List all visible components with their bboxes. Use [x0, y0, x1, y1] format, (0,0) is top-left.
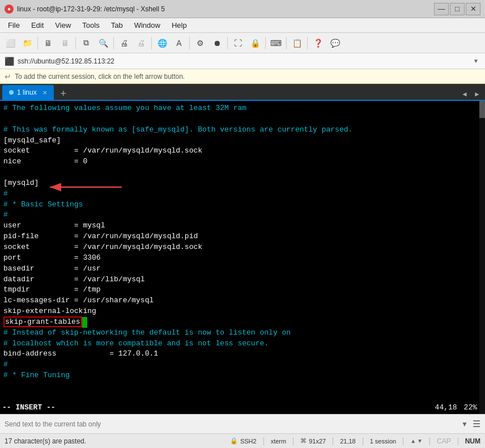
toolbar-sep4: [151, 37, 152, 49]
close-button[interactable]: ✕: [466, 3, 480, 15]
toolbar-sep9: [307, 37, 308, 49]
session-hint-text: To add the current session, click on the…: [15, 73, 185, 81]
address-icon: ⬛: [5, 57, 14, 66]
line-7: [3, 167, 482, 178]
terminal-input[interactable]: [5, 420, 461, 428]
maximize-button[interactable]: □: [450, 3, 465, 15]
line-12: user = mysql: [3, 221, 482, 231]
line-26: # * Fine Tuning: [3, 370, 482, 381]
line-10: # * Basic Settings: [3, 200, 482, 210]
menu-file[interactable]: File: [2, 20, 25, 31]
address-dropdown[interactable]: ▼: [471, 58, 480, 64]
cursor-position: 44,18: [435, 403, 457, 413]
line-19: lc-messages-dir = /usr/share/mysql: [3, 295, 482, 306]
scrollbar[interactable]: [479, 101, 485, 414]
address-text: ssh://ubuntu@52.192.85.113:22: [18, 57, 114, 65]
toolbar-expand[interactable]: ⛶: [230, 36, 246, 50]
terminal[interactable]: # The following values assume you have a…: [0, 101, 485, 414]
toolbar-paste[interactable]: 📋: [289, 36, 305, 50]
input-bar: ▼ ☰: [0, 414, 485, 433]
status-div6: [429, 437, 430, 445]
toolbar-sep2: [75, 37, 76, 49]
tab-label: 1 linux: [17, 88, 37, 96]
tab-nav: ◄ ►: [459, 88, 483, 100]
upload-icon: ▲: [410, 438, 416, 444]
session-hint-bar: ↵ To add the current session, click on t…: [0, 69, 485, 84]
line-16: basedir = /usr: [3, 264, 482, 274]
toolbar-new[interactable]: ⬜: [2, 36, 18, 50]
status-div4: [363, 437, 363, 445]
toolbar-font[interactable]: A: [171, 36, 187, 50]
line-22: # Instead of skip-networking the default…: [3, 328, 482, 339]
rows-icon: ⌘: [300, 437, 307, 445]
menu-help[interactable]: Help: [166, 20, 193, 31]
toolbar-session2[interactable]: 🖥: [57, 36, 73, 50]
toolbar-help[interactable]: ❓: [310, 36, 326, 50]
toolbar-script[interactable]: ⚙: [192, 36, 208, 50]
toolbar-sep5: [189, 37, 190, 49]
line-6: nice = 0: [3, 157, 482, 167]
rows-cols-label: 91x27: [309, 438, 326, 445]
toolbar-print[interactable]: 🖨: [116, 36, 132, 50]
line-5: socket = /var/run/mysqld/mysqld.sock: [3, 146, 482, 157]
status-div5: [403, 437, 403, 445]
cap-indicator: CAP: [437, 437, 451, 445]
toolbar-lock[interactable]: 🔒: [247, 36, 263, 50]
menu-edit[interactable]: Edit: [25, 20, 49, 31]
new-tab-button[interactable]: +: [56, 87, 71, 100]
toolbar-copy[interactable]: ⧉: [78, 36, 94, 50]
menu-view[interactable]: View: [49, 20, 76, 31]
toolbar-print2[interactable]: 🖨: [133, 36, 149, 50]
toolbar-open[interactable]: 📁: [19, 36, 35, 50]
line-3: # This was formally known as [safe_mysql…: [3, 125, 482, 136]
line-1: # The following values assume you have a…: [3, 103, 482, 114]
line-9: #: [3, 189, 482, 200]
line-13: pid-file = /var/run/mysqld/mysqld.pid: [3, 231, 482, 242]
minimize-button[interactable]: —: [434, 3, 449, 15]
session-hint-icon: ↵: [5, 72, 11, 81]
menu-window[interactable]: Window: [129, 20, 166, 31]
line-14: socket = /var/run/mysqld/mysqld.sock: [3, 242, 482, 253]
status-cursor: 21,18: [340, 438, 356, 445]
menu-tools[interactable]: Tools: [76, 20, 105, 31]
address-bar: ⬛ ssh://ubuntu@52.192.85.113:22 ▼: [0, 53, 485, 69]
input-dropdown[interactable]: ▼: [461, 420, 468, 428]
toolbar-find[interactable]: 🔍: [95, 36, 111, 50]
status-ssh: 🔒 SSH2: [230, 437, 257, 445]
line-18: tmpdir = /tmp: [3, 285, 482, 295]
status-rowscols: ⌘ 91x27: [300, 437, 326, 445]
tab-close-button[interactable]: ✕: [42, 90, 47, 96]
line-20: skip-external-locking: [3, 306, 482, 317]
status-div7: [458, 437, 458, 445]
toolbar-keyboard[interactable]: ⌨: [268, 36, 284, 50]
tab-linux[interactable]: 1 linux ✕: [2, 85, 54, 100]
insert-mode-indicator: -- INSERT --: [2, 403, 56, 413]
title-left: ● linux - root@ip-172-31-9-29: /etc/mysq…: [5, 5, 165, 14]
app-icon: ●: [5, 5, 14, 14]
term-label: xterm: [271, 438, 287, 445]
window-controls: — □ ✕: [434, 3, 480, 15]
download-icon: ▼: [417, 438, 423, 444]
line-4: [mysqld_safe]: [3, 136, 482, 146]
scroll-percent: 22%: [464, 403, 477, 413]
menu-tab[interactable]: Tab: [105, 20, 129, 31]
line-23: # localhost which is more compatible and…: [3, 339, 482, 349]
toolbar-record[interactable]: ⏺: [209, 36, 225, 50]
status-session: 1 session: [370, 438, 396, 445]
status-div2: [293, 437, 293, 445]
line-15: port = 3306: [3, 253, 482, 264]
status-div3: [333, 437, 333, 445]
toolbar-globe[interactable]: 🌐: [154, 36, 170, 50]
title-bar: ● linux - root@ip-172-31-9-29: /etc/mysq…: [0, 0, 485, 18]
line-2: [3, 114, 482, 125]
input-menu-icon[interactable]: ☰: [473, 419, 480, 429]
tab-nav-left[interactable]: ◄: [459, 88, 470, 100]
status-term: xterm: [271, 438, 287, 445]
tab-dot: [9, 90, 14, 95]
toolbar-session[interactable]: 🖥: [40, 36, 56, 50]
scrollbar-thumb[interactable]: [479, 101, 485, 118]
line-skip-grant: skip-grant-tables: [3, 317, 482, 328]
status-arrows: ▲ ▼: [410, 438, 423, 444]
tab-nav-right[interactable]: ►: [471, 88, 483, 100]
toolbar-chat[interactable]: 💬: [327, 36, 343, 50]
